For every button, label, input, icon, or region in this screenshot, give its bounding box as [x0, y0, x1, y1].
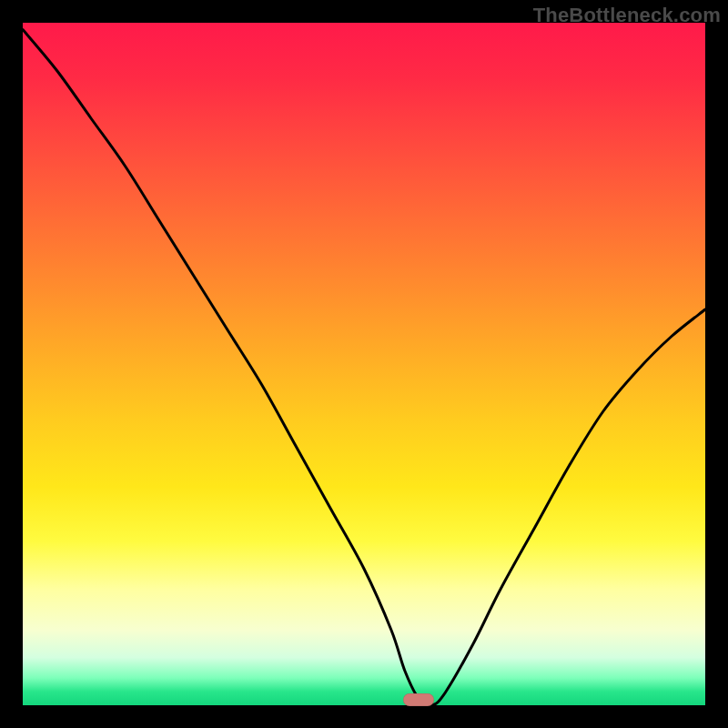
plot-area	[23, 23, 705, 705]
chart-frame: TheBottleneck.com	[0, 0, 728, 728]
bottleneck-curve	[23, 23, 705, 705]
optimal-point-marker	[403, 693, 434, 706]
